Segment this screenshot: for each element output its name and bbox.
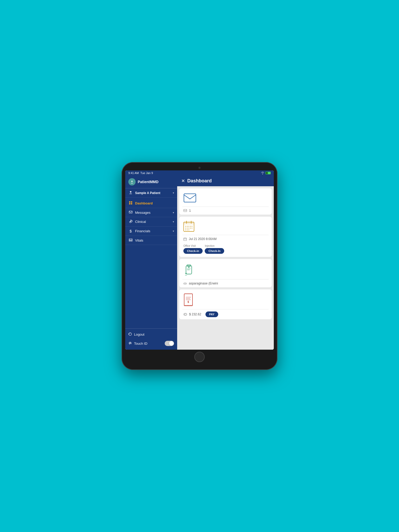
billing-card-icon: $ — [179, 289, 272, 309]
calendar-small-icon — [183, 237, 187, 241]
coins-icon — [183, 312, 187, 316]
touch-id-item[interactable]: Touch ID — [125, 339, 177, 348]
appointment-card-icon — [179, 217, 272, 235]
sidebar-item-patient[interactable]: Sample A Patient ▾ — [125, 188, 177, 198]
sidebar-item-messages[interactable]: Messages ▾ — [125, 208, 177, 217]
appointment-datetime: Jul 21 2020 8:00AM — [189, 237, 217, 241]
home-button[interactable] — [194, 352, 205, 362]
svg-point-25 — [187, 226, 188, 227]
sidebar-item-clinical[interactable]: Clinical ▾ — [125, 217, 177, 227]
medication-info: asparaginase (Erwini — [179, 280, 272, 287]
svg-rect-6 — [131, 203, 132, 204]
logout-icon — [128, 332, 132, 337]
messages-label: Messages — [135, 211, 150, 215]
financials-chevron: ▾ — [173, 230, 174, 232]
touch-id-toggle[interactable] — [165, 341, 174, 346]
pill-icon — [183, 282, 187, 285]
nav-item-left: Sample A Patient — [128, 191, 160, 195]
svg-point-47 — [185, 273, 187, 274]
medicine-icon — [183, 263, 194, 276]
svg-rect-5 — [129, 203, 130, 204]
financials-label: Financials — [135, 229, 150, 233]
close-button[interactable]: ✕ — [181, 178, 185, 183]
financials-icon: $ — [128, 229, 133, 233]
dashboard-body: 1 — [177, 186, 274, 350]
patient-chevron: ▾ — [173, 191, 174, 194]
clinical-label: Clinical — [135, 220, 146, 224]
vitals-label: Vitals — [135, 238, 143, 242]
svg-rect-18 — [184, 194, 196, 202]
envelope-icon — [183, 193, 196, 203]
status-date: Tue Jan 9 — [140, 171, 153, 175]
appointment-card: Jul 21 2020 8:00AM Office Visit Check-in… — [179, 217, 272, 257]
status-time: 9:41 AM — [128, 171, 139, 175]
app-name: PatientMMD — [138, 180, 158, 184]
medication-card-icon — [179, 259, 272, 279]
svg-point-36 — [189, 230, 189, 230]
status-bar-left: 9:41 AM Tue Jan 9 — [128, 171, 153, 175]
messages-card-info: 1 — [179, 207, 272, 215]
pay-button[interactable]: PAY — [205, 311, 218, 317]
status-bar: 9:41 AM Tue Jan 9 — [125, 170, 274, 176]
sidebar-footer: Logout Touch ID — [125, 328, 177, 350]
svg-point-32 — [190, 228, 191, 229]
messages-chevron: ▾ — [173, 211, 174, 214]
office-visit-checkin-button[interactable]: Check-in — [183, 248, 203, 254]
svg-point-28 — [192, 226, 192, 227]
sidebar-item-dashboard[interactable]: Dashboard — [125, 199, 177, 208]
medication-card: asparaginase (Erwini — [179, 259, 272, 287]
appointment-date-info: Jul 21 2020 8:00AM — [179, 235, 272, 243]
svg-point-27 — [190, 226, 191, 227]
svg-point-2 — [130, 191, 131, 193]
fingerprint-icon — [128, 341, 132, 346]
svg-point-1 — [131, 181, 133, 182]
svg-rect-21 — [184, 222, 194, 224]
svg-rect-19 — [184, 209, 187, 212]
svg-rect-42 — [187, 265, 191, 266]
svg-point-34 — [185, 230, 186, 230]
status-bar-right — [261, 172, 271, 174]
vitals-icon — [128, 238, 133, 242]
app-layout: PatientMMD Sample A Patient ▾ — [125, 176, 274, 350]
billing-amount: $ 232.62 — [189, 312, 201, 316]
billing-card: $ $ 232.62 — [179, 289, 272, 319]
app-avatar — [128, 178, 136, 185]
dashboard-header: ✕ Dashboard — [177, 176, 274, 186]
svg-point-30 — [187, 228, 188, 229]
medication-name: asparaginase (Erwini — [189, 282, 218, 285]
svg-rect-37 — [184, 238, 187, 241]
svg-point-8 — [130, 221, 131, 222]
logout-item[interactable]: Logout — [125, 330, 177, 339]
receipt-icon: $ — [183, 294, 193, 306]
injection-group: Injection Check-In — [205, 244, 224, 254]
dashboard-label: Dashboard — [135, 201, 153, 205]
svg-point-17 — [130, 343, 130, 343]
patient-name: Sample A Patient — [135, 191, 160, 195]
messages-icon — [128, 210, 133, 215]
toggle-knob — [169, 341, 174, 346]
appointment-actions: Office Visit Check-in Injection Check-In — [179, 243, 272, 257]
svg-point-31 — [189, 228, 189, 229]
sidebar: PatientMMD Sample A Patient ▾ — [125, 176, 177, 350]
svg-rect-7 — [129, 211, 132, 213]
sidebar-item-vitals[interactable]: Vitals — [125, 236, 177, 245]
svg-point-24 — [185, 226, 186, 227]
billing-info: $ 232.62 PAY — [179, 309, 272, 319]
clinical-icon — [128, 220, 133, 224]
sidebar-nav: Dashboard Messages — [125, 198, 177, 328]
messages-card-icon — [179, 188, 272, 207]
dashboard-title: Dashboard — [187, 178, 212, 184]
injection-checkin-button[interactable]: Check-In — [205, 248, 224, 254]
sidebar-item-financials[interactable]: $ Financials ▾ — [125, 227, 177, 236]
svg-point-29 — [185, 228, 186, 229]
clinical-chevron: ▾ — [173, 220, 174, 223]
svg-rect-4 — [131, 201, 132, 203]
wifi-icon — [261, 172, 264, 174]
svg-rect-3 — [129, 201, 130, 203]
tablet-frame: 9:41 AM Tue Jan 9 — [122, 162, 277, 370]
messages-card: 1 — [179, 188, 272, 215]
message-count: 1 — [189, 209, 191, 212]
battery-icon — [265, 172, 271, 174]
main-content: ✕ Dashboard — [177, 176, 274, 350]
calendar-icon — [183, 221, 194, 232]
